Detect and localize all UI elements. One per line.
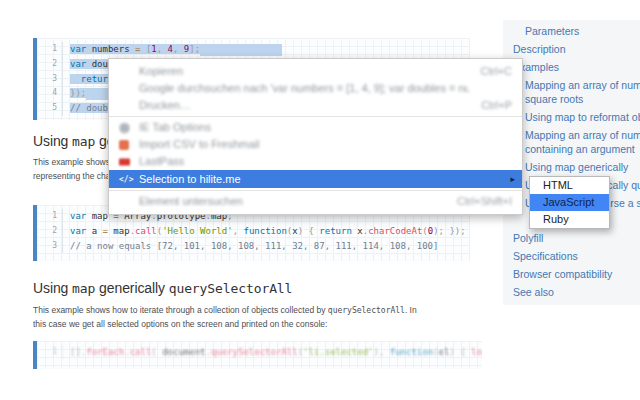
token: log [471,347,482,357]
toc-link-polyfill[interactable]: Polyfill [513,229,640,247]
token: function [390,347,433,357]
selection-extension [200,44,282,56]
menu-item-ie-tab-options[interactable]: IE Tab Options [109,119,522,136]
context-menu: KopierenCtrl+CGoogle durchsuchen nach 'v… [108,58,523,215]
token: function [243,226,286,236]
menu-shortcut: Ctrl+C [469,63,512,80]
token: call [135,226,157,236]
toc-link-using-map-generically[interactable]: Using map generically [525,158,640,176]
token [70,74,81,84]
token: []. [70,347,86,357]
menu-item-label: Kopieren [139,63,183,80]
code-line: 3// a now equals [72, 101, 108, 108, 111… [37,239,470,254]
menu-item-label: Import CSV to Freshmail [139,136,259,153]
code-icon: </> [119,171,133,188]
menu-separator [109,190,522,191]
line-number: 1 [37,209,62,224]
menu-item-label: Google durchsuchen nach 'var numbers = [… [139,80,469,97]
menu-item-element-untersuchen[interactable]: Element untersuchenCtrl+Shift+I [109,193,522,210]
heading-segment: generically [95,280,168,296]
menu-item-label: IE Tab Options [139,119,211,136]
token: charCodeAt [368,226,422,236]
heading-segment: querySelectorAll [169,281,293,296]
section-heading-queryselectorall: Using map generically querySelectorAll [33,280,292,296]
menu-item-lastpass[interactable]: LastPass [109,153,522,170]
token: 'Hello World' [162,226,232,236]
token: querySelectorAll [211,347,298,357]
code-text: var numbers = [1, 4, 9]; [62,42,282,57]
menu-item-label: Selection to hilite.me [139,171,241,188]
menu-shortcut: Ctrl+P [469,97,512,114]
token: var [70,211,86,221]
token: var [70,44,86,54]
toc-link-see-also[interactable]: See also [513,283,640,301]
menu-item-label: LastPass [139,153,184,170]
code-tokens: }); [70,88,86,98]
token: map [108,226,130,236]
extension-icon [119,140,129,150]
code-line: 1var numbers = [1, 4, 9]; [37,42,470,57]
menu-item-label: Drucken… [139,97,191,114]
submenu-arrow-icon: ▸ [510,171,515,188]
menu-item-drucken-[interactable]: Drucken…Ctrl+P [109,97,522,114]
line-number: 5 [37,101,62,116]
lastpass-icon [119,158,130,165]
token: ), [374,347,390,357]
token: a [86,226,102,236]
hilite-language-submenu: HTMLJavaScriptRuby [529,176,610,229]
code-tokens: var a = map.call('Hello World', function… [70,226,466,236]
line-number: 3 [37,239,62,254]
submenu-item-html[interactable]: HTML [530,177,609,194]
code-text: var a = map.call('Hello World', function… [62,224,466,239]
menu-item-import-csv-to-freshmail[interactable]: Import CSV to Freshmail [109,136,522,153]
token: var [70,59,86,69]
token: numbers [86,44,135,54]
code-text: // a now equals [72, 101, 108, 108, 111,… [62,239,438,254]
toc-link-specifications[interactable]: Specifications [513,247,640,265]
toc-link-description[interactable]: Description [513,40,640,58]
paragraph-segment: . In [405,305,417,315]
token: }); [70,88,86,98]
token: return [319,226,352,236]
toc-link-using-map-to-reformat-objects-[interactable]: Using map to reformat objects in an arra… [525,108,640,126]
code-tokens: // a now equals [72, 101, 108, 108, 111,… [70,241,438,251]
menu-item-selection-to-hilite-me[interactable]: </>Selection to hilite.me▸ [109,170,522,188]
toc-link-browser-compatibility[interactable]: Browser compatibility [513,265,640,283]
menu-item-google-durchsuchen-nach-[interactable]: Google durchsuchen nach 'var numbers = [… [109,80,522,97]
token: el [439,347,450,357]
code-tokens: var numbers = [1, 4, 9]; [70,44,200,54]
menu-separator [109,116,522,117]
heading-segment: Using [33,133,72,149]
line-number: 3 [37,72,62,87]
token: document [162,347,205,357]
menu-item-label: Element untersuchen [139,193,243,210]
heading-segment: map [72,134,95,149]
token: x [352,226,363,236]
heading-segment: Using [33,280,72,296]
menu-shortcut: Ctrl+Shift+I [445,193,512,210]
submenu-item-ruby[interactable]: Ruby [530,211,609,228]
code-block-queryselectorall-example: 1[].forEach.call( document.querySelector… [33,341,482,369]
token: // a now equals [72, 101, 108, 108, 111,… [70,241,438,251]
line-number: 1 [37,42,62,57]
line-number: 1 [37,345,62,360]
line-number: 4 [37,86,62,101]
toc-link-square-roots: square roots [525,94,640,108]
line-number: 2 [37,57,62,72]
toc-link-examples[interactable]: Examples [513,58,640,76]
toc-link-mapping-an-array-of-numbers-to[interactable]: Mapping an array of numbers to [525,76,640,94]
paragraph-segment: querySelectorAll [328,306,405,315]
heading-segment: map [72,281,95,296]
code-tokens: [].forEach.call( document.querySelectorA… [70,347,482,357]
toc-link-mapping-an-array-of-numbers-us[interactable]: Mapping an array of numbers using a func… [525,126,640,144]
code-text: [].forEach.call( document.querySelectorA… [62,345,482,360]
submenu-item-javascript[interactable]: JavaScript [530,194,609,211]
paragraph-line: This example shows how to iterate throug… [33,305,417,315]
code-line: 1[].forEach.call( document.querySelector… [37,345,482,360]
token: ]; [189,44,200,54]
toc-link-parameters[interactable]: Parameters [525,22,640,40]
token: }); [449,226,465,236]
toc-link-containing-an-argument: containing an argument [525,144,640,158]
menu-item-kopieren[interactable]: KopierenCtrl+C [109,63,522,80]
token: var [70,226,86,236]
